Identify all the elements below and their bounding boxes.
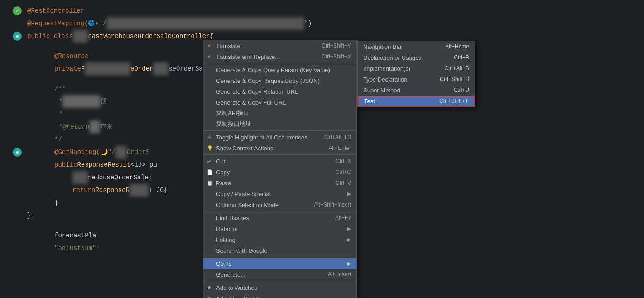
menu-item-search-google-label: Search with Google	[216, 247, 267, 254]
menu-item-add-watches-label: Add to Watches	[216, 284, 257, 291]
toggle-highlight-shortcut: Ctrl+Alt+F3	[323, 134, 351, 140]
menu-item-copy-label: Copy	[216, 169, 230, 176]
menu-item-gen-relation[interactable]: Generate & Copy Relation URL	[203, 86, 356, 97]
separator-5	[203, 257, 356, 257]
submenu-navbar-label: Navigation Bar	[363, 43, 402, 50]
menu-item-translate-label: Translate	[216, 43, 240, 49]
menu-item-add-watches[interactable]: 👁 Add to Watches	[203, 282, 356, 293]
separator-6	[203, 281, 356, 281]
submenu-navbar-shortcut: Alt+Home	[445, 43, 469, 50]
menu-item-copy-paste-special-label: Copy / Paste Special	[216, 191, 271, 197]
translate-icon: ✦	[207, 43, 211, 49]
submenu-supermethod-shortcut: Ctrl+U	[454, 87, 469, 93]
menu-item-context-actions[interactable]: 💡 Show Context Actions Alt+Enter	[203, 143, 356, 154]
menu-item-find-usages[interactable]: Find Usages Alt+F7	[203, 212, 356, 223]
menu-item-add-inline-watch-label: Add Inline Watch	[216, 295, 260, 298]
submenu-test-shortcut: Ctrl+Shift+T	[439, 98, 468, 104]
menu-item-gen-body-label: Generate & Copy RequestBody (JSON)	[216, 77, 320, 84]
menu-item-refactor[interactable]: Refactor ▶	[203, 223, 356, 234]
translate-shortcut: Ctrl+Shift+Y	[322, 43, 351, 49]
menu-item-goto[interactable]: Go To ▶ Navigation Bar Alt+Home Declarat…	[203, 258, 356, 269]
menu-item-paste-label: Paste	[216, 180, 231, 187]
submenu-supermethod-label: Super Method	[363, 87, 400, 94]
generate-shortcut: Alt+Insert	[328, 271, 351, 278]
submenu-test-label: Test	[364, 98, 375, 105]
menu-item-copy-addr-label: 复制接口地址	[216, 120, 251, 128]
menu-item-generate[interactable]: Generate... Alt+Insert	[203, 269, 356, 280]
separator-2	[203, 130, 356, 131]
menu-item-toggle-highlight[interactable]: 🖊 Toggle Highlight of All Occurrences Ct…	[203, 132, 356, 143]
find-usages-shortcut: Alt+F7	[335, 215, 351, 221]
submenu-typedecl-shortcut: Ctrl+Shift+B	[440, 76, 469, 82]
menu-item-toggle-highlight-label: Toggle Highlight of All Occurrences	[216, 134, 308, 141]
submenu-item-typedecl[interactable]: Type Declaration Ctrl+Shift+B	[358, 74, 475, 85]
submenu-declaration-label: Declaration or Usages	[363, 54, 422, 61]
menu-item-add-inline-watch[interactable]: 👁 Add Inline Watch	[203, 293, 356, 298]
menu-item-gen-query-label: Generate & Copy Query Param (Key Value)	[216, 67, 330, 73]
separator-1	[203, 63, 356, 63]
separator-4	[203, 211, 356, 211]
menu-item-cut[interactable]: ✂ Cut Ctrl+X	[203, 156, 356, 167]
menu-item-copy-api-label: 复制API接口	[216, 109, 249, 117]
folding-arrow-icon: ▶	[347, 236, 351, 243]
copy-icon: 📄	[207, 169, 213, 175]
menu-item-column-selection-label: Column Selection Mode	[216, 202, 279, 208]
submenu-typedecl-label: Type Declaration	[363, 76, 408, 83]
menu-item-copy[interactable]: 📄 Copy Ctrl+C	[203, 167, 356, 178]
goto-arrow-icon: ▶	[347, 260, 351, 267]
code-line-1: ✓ @RestController	[0, 5, 644, 17]
cut-shortcut: Ctrl+X	[336, 158, 351, 164]
submenu-item-implementation[interactable]: Implementation(s) Ctrl+Alt+B	[358, 63, 475, 74]
highlight-icon: 🖊	[207, 135, 212, 140]
menu-item-refactor-label: Refactor	[216, 226, 238, 232]
submenu-item-declaration[interactable]: Declaration or Usages Ctrl+B	[358, 52, 475, 63]
menu-item-copy-addr[interactable]: 复制接口地址	[203, 119, 356, 130]
menu-item-folding[interactable]: Folding ▶	[203, 234, 356, 245]
menu-item-gen-query[interactable]: Generate & Copy Query Param (Key Value)	[203, 64, 356, 75]
menu-item-generate-label: Generate...	[216, 271, 245, 278]
separator-3	[203, 154, 356, 155]
copy-shortcut: Ctrl+C	[336, 169, 351, 175]
menu-item-gen-full-label: Generate & Copy Full URL	[216, 99, 286, 106]
gutter-icon-3: ◉	[13, 32, 22, 41]
menu-item-copy-paste-special[interactable]: Copy / Paste Special ▶	[203, 188, 356, 199]
submenu-item-test[interactable]: Test Ctrl+Shift+T	[358, 96, 475, 106]
add-watches-icon: 👁	[207, 285, 211, 290]
gutter-icon-1: ✓	[13, 6, 22, 15]
menu-item-context-actions-label: Show Context Actions	[216, 145, 273, 152]
submenu-implementation-label: Implementation(s)	[363, 65, 410, 72]
submenu-item-navbar[interactable]: Navigation Bar Alt+Home	[358, 41, 475, 52]
add-inline-watch-icon: 👁	[207, 296, 211, 298]
paste-icon: 📋	[207, 180, 213, 186]
menu-item-column-selection[interactable]: Column Selection Mode Alt+Shift+Insert	[203, 199, 356, 210]
submenu-implementation-shortcut: Ctrl+Alt+B	[444, 65, 469, 72]
menu-item-folding-label: Folding	[216, 236, 235, 243]
submenu-declaration-shortcut: Ctrl+B	[454, 54, 469, 61]
translate-replace-icon: ✦	[207, 54, 211, 60]
context-actions-shortcut: Alt+Enter	[328, 145, 351, 151]
menu-item-goto-label: Go To	[216, 260, 231, 267]
menu-item-gen-relation-label: Generate & Copy Relation URL	[216, 88, 298, 95]
menu-item-copy-api[interactable]: 复制API接口	[203, 108, 356, 119]
code-line-2: @RequestMapping( 🌐 ▾ "/..controller-Fore…	[0, 17, 644, 30]
menu-item-gen-full[interactable]: Generate & Copy Full URL	[203, 97, 356, 108]
goto-submenu: Navigation Bar Alt+Home Declaration or U…	[357, 41, 475, 107]
translate-replace-shortcut: Ctrl+Shift+X	[322, 53, 351, 60]
menu-item-translate-replace[interactable]: ✦ Translate and Replace... Ctrl+Shift+X	[203, 51, 356, 62]
gutter-icon-getmapping: ◉	[13, 148, 22, 157]
context-menu: ✦ Translate Ctrl+Shift+Y ✦ Translate and…	[203, 40, 357, 298]
menu-item-translate-replace-label: Translate and Replace...	[216, 53, 280, 60]
submenu-item-supermethod[interactable]: Super Method Ctrl+U	[358, 85, 475, 96]
menu-item-paste[interactable]: 📋 Paste Ctrl+V	[203, 178, 356, 188]
context-actions-icon: 💡	[207, 145, 213, 151]
cut-icon: ✂	[207, 159, 211, 164]
column-selection-shortcut: Alt+Shift+Insert	[314, 202, 351, 208]
menu-item-translate[interactable]: ✦ Translate Ctrl+Shift+Y	[203, 40, 356, 51]
paste-shortcut: Ctrl+V	[336, 180, 351, 186]
menu-item-find-usages-label: Find Usages	[216, 215, 249, 221]
menu-item-search-google[interactable]: Search with Google	[203, 245, 356, 256]
menu-item-cut-label: Cut	[216, 158, 225, 165]
menu-item-gen-body[interactable]: Generate & Copy RequestBody (JSON)	[203, 75, 356, 86]
refactor-arrow-icon: ▶	[347, 226, 351, 232]
copy-paste-arrow-icon: ▶	[347, 191, 351, 197]
